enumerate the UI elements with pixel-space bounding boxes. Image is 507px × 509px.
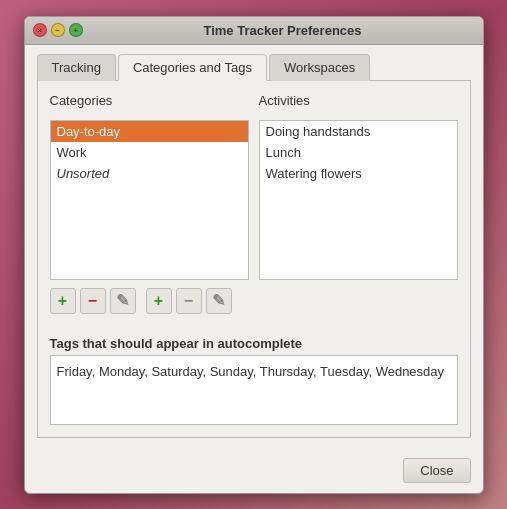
- maximize-window-icon: +: [73, 26, 78, 35]
- close-button[interactable]: Close: [403, 458, 470, 483]
- add-category-icon: +: [58, 293, 67, 309]
- remove-activity-icon: −: [184, 293, 193, 309]
- tab-bar: Tracking Categories and Tags Workspaces: [37, 53, 471, 81]
- window-controls: × − +: [33, 23, 83, 37]
- minimize-window-icon: −: [55, 26, 60, 35]
- footer-bar: Close: [25, 450, 483, 493]
- toolbars-row: + − ✎ + −: [50, 288, 458, 324]
- maximize-window-button[interactable]: +: [69, 23, 83, 37]
- add-category-button[interactable]: +: [50, 288, 76, 314]
- add-activity-icon: +: [154, 293, 163, 309]
- remove-category-button[interactable]: −: [80, 288, 106, 314]
- activities-toolbar: + − ✎: [146, 288, 232, 314]
- add-activity-button[interactable]: +: [146, 288, 172, 314]
- remove-activity-button[interactable]: −: [176, 288, 202, 314]
- panel-body: Categories Activities Day-to-day Work: [37, 81, 471, 438]
- remove-category-icon: −: [88, 293, 97, 309]
- tab-tracking[interactable]: Tracking: [37, 54, 116, 81]
- close-window-icon: ×: [37, 26, 42, 35]
- lists-row: Day-to-day Work Unsorted Doing handstand…: [50, 120, 458, 280]
- titlebar: × − + Time Tracker Preferences: [25, 17, 483, 45]
- activities-header: Activities: [259, 93, 458, 108]
- edit-category-icon: ✎: [116, 293, 129, 309]
- activity-item-watering-flowers[interactable]: Watering flowers: [260, 163, 457, 184]
- category-item-day-to-day[interactable]: Day-to-day: [51, 121, 248, 142]
- minimize-window-button[interactable]: −: [51, 23, 65, 37]
- content-area: Tracking Categories and Tags Workspaces …: [25, 45, 483, 450]
- activity-item-doing-handstands[interactable]: Doing handstands: [260, 121, 457, 142]
- categories-list[interactable]: Day-to-day Work Unsorted: [50, 120, 249, 280]
- preferences-window: × − + Time Tracker Preferences Tracking …: [24, 16, 484, 494]
- tags-label: Tags that should appear in autocomplete: [50, 336, 458, 351]
- activity-item-lunch[interactable]: Lunch: [260, 142, 457, 163]
- window-title: Time Tracker Preferences: [91, 23, 475, 38]
- edit-activity-icon: ✎: [212, 293, 225, 309]
- tags-section: Tags that should appear in autocomplete …: [50, 336, 458, 425]
- categories-header: Categories: [50, 93, 249, 108]
- tab-workspaces[interactable]: Workspaces: [269, 54, 370, 81]
- edit-category-button[interactable]: ✎: [110, 288, 136, 314]
- tab-categories-tags[interactable]: Categories and Tags: [118, 54, 267, 81]
- category-item-work[interactable]: Work: [51, 142, 248, 163]
- column-headers: Categories Activities: [50, 93, 458, 112]
- activities-list[interactable]: Doing handstands Lunch Watering flowers: [259, 120, 458, 280]
- close-window-button[interactable]: ×: [33, 23, 47, 37]
- category-item-unsorted[interactable]: Unsorted: [51, 163, 248, 184]
- categories-toolbar: + − ✎: [50, 288, 136, 314]
- tags-display: Friday, Monday, Saturday, Sunday, Thursd…: [50, 355, 458, 425]
- edit-activity-button[interactable]: ✎: [206, 288, 232, 314]
